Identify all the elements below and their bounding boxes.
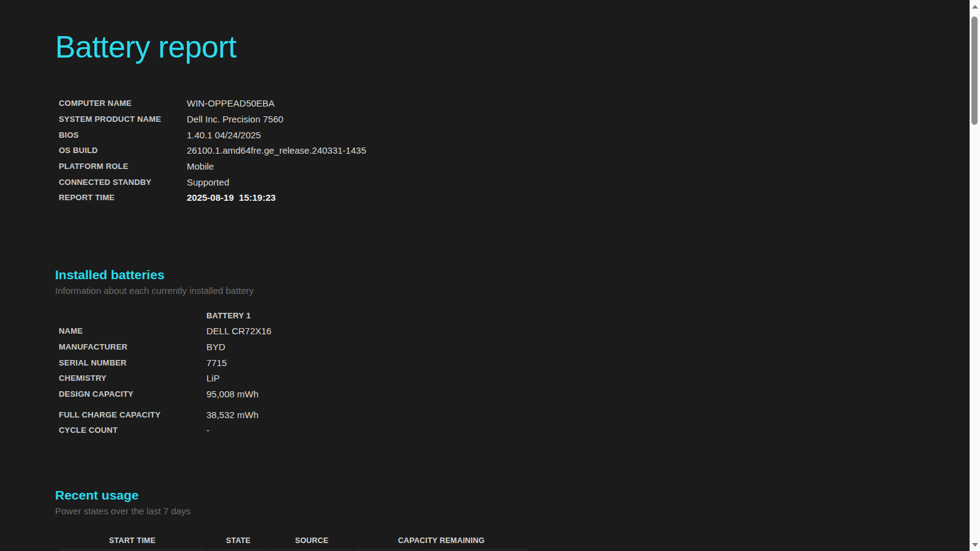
battery-info-value: DELL CR72X16: [206, 326, 271, 336]
recent-usage-table: START TIME STATE SOURCE CAPACITY REMAINI…: [59, 536, 943, 551]
vertical-scrollbar[interactable]: [970, 0, 980, 551]
battery-report-page: Battery report COMPUTER NAME WIN-OPPEAD5…: [0, 0, 980, 551]
battery-table-header-row: BATTERY 1: [55, 308, 943, 323]
battery-info-label: NAME: [55, 326, 206, 335]
system-info-value: 1.40.1 04/24/2025: [187, 130, 261, 140]
system-info-value: 26100.1.amd64fre.ge_release.240331-1435: [187, 145, 366, 156]
system-info-row: OS BUILD 26100.1.amd64fre.ge_release.240…: [55, 143, 943, 159]
battery-info-value: BYD: [206, 342, 225, 352]
system-info-row: SYSTEM PRODUCT NAME Dell Inc. Precision …: [55, 111, 943, 127]
system-info-value: WIN-OPPEAD50EBA: [187, 98, 274, 108]
installed-batteries-heading: Installed batteries: [55, 267, 943, 282]
battery-info-label: CYCLE COUNT: [55, 425, 206, 435]
battery-info-value: 95,008 mWh: [206, 389, 258, 399]
system-info-row: REPORT TIME 2025-08-19 15:19:23: [55, 190, 943, 206]
system-info-row: BIOS 1.40.1 04/24/2025: [55, 127, 943, 143]
recent-usage-heading: Recent usage: [55, 487, 943, 503]
battery-info-row: FULL CHARGE CAPACITY 38,532 mWh: [55, 407, 943, 422]
column-header-state: STATE: [208, 536, 269, 545]
table-cell: [271, 549, 353, 551]
battery-info-value: 7715: [206, 358, 227, 368]
system-info-row: CONNECTED STANDBY Supported: [55, 174, 943, 190]
battery-info-row: CYCLE COUNT -: [55, 422, 943, 438]
battery-info-row: CHEMISTRY LiP: [55, 370, 943, 386]
battery-info-label: CHEMISTRY: [55, 373, 206, 383]
system-info-label: COMPUTER NAME: [55, 99, 187, 108]
system-info-value: Supported: [187, 177, 229, 187]
battery-info-value: 38,532 mWh: [206, 410, 258, 420]
installed-batteries-table: BATTERY 1 NAME DELL CR72X16 MANUFACTURER…: [55, 308, 943, 438]
recent-usage-header-row: START TIME STATE SOURCE CAPACITY REMAINI…: [59, 536, 943, 545]
system-info-label: BIOS: [55, 130, 187, 140]
system-info-row: COMPUTER NAME WIN-OPPEAD50EBA: [55, 96, 943, 111]
system-info-value: Mobile: [187, 161, 214, 171]
battery-info-row: MANUFACTURER BYD: [55, 339, 943, 355]
column-header-source: SOURCE: [271, 536, 353, 545]
system-info-label: OS BUILD: [55, 146, 187, 155]
page-title: Battery report: [55, 0, 943, 66]
battery-info-label: DESIGN CAPACITY: [55, 389, 206, 399]
system-info-label: PLATFORM ROLE: [55, 162, 187, 171]
recent-usage-subheading: Power states over the last 7 days: [55, 504, 943, 517]
battery-info-label: MANUFACTURER: [55, 342, 206, 351]
table-cell: [419, 549, 528, 551]
column-header-capacity-remaining: CAPACITY REMAINING: [355, 536, 528, 545]
scroll-down-icon[interactable]: [970, 539, 980, 550]
table-cell: [59, 549, 206, 551]
table-cell: [355, 549, 417, 551]
system-info-value: Dell Inc. Precision 7560: [187, 114, 284, 124]
table-row: [59, 549, 943, 551]
table-cell: [208, 549, 269, 551]
battery-info-label: FULL CHARGE CAPACITY: [55, 410, 206, 419]
system-info-row: PLATFORM ROLE Mobile: [55, 159, 943, 174]
system-info-label: CONNECTED STANDBY: [55, 178, 187, 187]
battery-info-row: NAME DELL CR72X16: [55, 323, 943, 339]
battery-info-label: SERIAL NUMBER: [55, 358, 206, 367]
system-info-label: REPORT TIME: [55, 193, 187, 202]
battery-info-value: LiP: [206, 373, 220, 383]
scrollbar-thumb[interactable]: [971, 17, 978, 125]
battery-info-row: SERIAL NUMBER 7715: [55, 354, 943, 370]
system-info-table: COMPUTER NAME WIN-OPPEAD50EBA SYSTEM PRO…: [55, 96, 943, 206]
battery-info-value: -: [206, 425, 209, 435]
system-info-label: SYSTEM PRODUCT NAME: [55, 114, 187, 124]
column-header-start-time: START TIME: [59, 536, 206, 545]
battery-1-column-header: BATTERY 1: [206, 311, 251, 320]
report-time-value: 2025-08-19 15:19:23: [187, 192, 276, 203]
installed-batteries-subheading: Information about each currently install…: [55, 284, 943, 297]
battery-info-row: DESIGN CAPACITY 95,008 mWh: [55, 386, 943, 402]
scroll-up-icon[interactable]: [970, 1, 980, 12]
